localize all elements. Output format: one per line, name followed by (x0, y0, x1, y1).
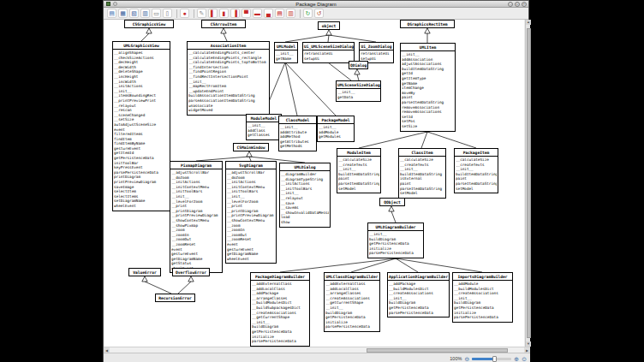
class-box-ValueError[interactable]: ValueError (128, 268, 161, 276)
class-name: PixmapDiagram (170, 162, 222, 169)
maximize-button[interactable]: + (515, 2, 520, 7)
class-name: ClassItem (399, 149, 445, 157)
class-box-ClassItem[interactable]: ClassItem__calculateSize__createTexts__i… (398, 148, 446, 199)
print-icon[interactable]: ▭ (152, 9, 161, 18)
class-box-UMLModel[interactable]: UMLModel__init__getName (274, 42, 298, 63)
class-box-OverflowError[interactable]: OverflowError (172, 268, 210, 276)
align-hcenter-icon[interactable]: ▮ (219, 9, 229, 18)
class-box-CSGraphicsView[interactable]: CSGraphicsView (124, 20, 174, 28)
class-members: __diagramBuilder__diagramTypeString__ini… (280, 171, 330, 227)
class-name: Ui_ZoomDialog (360, 43, 393, 50)
class-members: __calculateEndingPoints_center__calculat… (188, 50, 269, 115)
class-box-UMLItem[interactable]: UMLItem__init__addAssociationadjustAssoc… (400, 43, 456, 132)
zoom-reset-icon[interactable]: ⊙ (522, 356, 527, 362)
class-name: UMLItem (401, 44, 455, 51)
titlebar[interactable]: Package Diagram –+× (104, 1, 528, 8)
class-member: setModel (456, 187, 497, 192)
relayout-icon[interactable]: ↻ (303, 9, 313, 18)
zoom-out-icon[interactable]: ⊖ (464, 356, 469, 362)
class-member: widgetMoved (188, 108, 268, 113)
class-members: __addExternalClass__addLocalClass__addPa… (251, 281, 309, 346)
class-box-CSMainWindow[interactable]: CSMainWindow (233, 143, 269, 151)
class-box-PackageItem[interactable]: PackageItem__calculateSize__createTexts_… (454, 148, 498, 193)
save-icon[interactable]: ▦ (118, 9, 128, 18)
class-name: CSGraphicsView (125, 21, 173, 27)
class-members: retranslateUisetupUi (303, 50, 354, 62)
zoom-slider-fill (472, 358, 493, 360)
class-box-ModuleItem[interactable]: ModuleItem__calculateSize__createTexts__… (337, 148, 381, 193)
class-name: CSMainWindow (234, 144, 268, 151)
desktop-background: Package Diagram –+× ▤▦▧▥▭▯●✎▌▮▐▀▬▄▤▥↻↺ C… (0, 0, 644, 362)
statusbar: 100% ⊖ ⊕ ⊙ (104, 353, 530, 362)
vertical-scroll-thumb[interactable] (527, 28, 531, 339)
close-button[interactable]: × (522, 2, 527, 7)
class-box-QDialog[interactable]: QDialog (349, 61, 368, 69)
zoom-value-label: 100% (450, 356, 462, 361)
vertical-scrollbar[interactable]: ▲ ▼ (525, 20, 530, 347)
distribute-vertical-icon[interactable]: ▥ (286, 9, 295, 18)
scroll-up-arrow[interactable]: ▲ (526, 20, 531, 25)
align-right-icon[interactable]: ▐ (230, 9, 240, 18)
open-icon[interactable]: ▤ (107, 9, 116, 18)
class-box-PixmapDiagram[interactable]: PixmapDiagram__adjustScrollBar__doZoom__… (170, 161, 223, 273)
class-box-ImportsDiagramBuilder[interactable]: ImportsDiagramBuilder__addModule__buildM… (452, 272, 513, 323)
horizontal-scroll-thumb[interactable] (367, 348, 508, 353)
class-members: __init__addModulegetModules (318, 124, 354, 141)
class-name: UMLSceneSizeDialog (337, 81, 380, 89)
print-preview-icon[interactable]: ▯ (163, 9, 172, 18)
class-member: wheelEvent (114, 204, 169, 209)
save-image-icon[interactable]: ▥ (140, 9, 150, 18)
window-title: Package Diagram (104, 1, 528, 8)
class-box-UMLDiagramBuilder[interactable]: UMLDiagramBuilder__init__buildDiagramget… (367, 223, 424, 258)
align-left-icon[interactable]: ▌ (208, 9, 218, 18)
toolbar-separator (176, 9, 177, 18)
class-member: parsePersistenceData (325, 324, 379, 329)
class-box-ClassModel[interactable]: ClassModel__init__addAttributeaddMethodg… (278, 116, 317, 151)
class-box-UMLSceneSizeDialog[interactable]: UMLSceneSizeDialog__init__getData (336, 80, 381, 102)
horizontal-scrollbar[interactable]: ◀ ▶ (104, 347, 530, 353)
class-box-UMLClassDiagramBuilder[interactable]: UMLClassDiagramBuilder__addExternalClass… (324, 272, 380, 332)
class-box-Ui_UMLSceneSizeDialog[interactable]: Ui_UMLSceneSizeDialogretranslateUisetupU… (302, 42, 355, 63)
zoom-slider[interactable] (472, 355, 511, 362)
class-members: __addModule__buildModulesDict__createAss… (453, 281, 512, 322)
close-diagram-icon[interactable]: ● (180, 9, 189, 18)
class-name: OverflowError (173, 269, 209, 276)
class-box-QObject[interactable]: QObject (379, 198, 405, 206)
align-vcenter-icon[interactable]: ▬ (253, 9, 262, 18)
align-bottom-icon[interactable]: ▄ (264, 9, 273, 18)
class-name: UMLDialog (280, 163, 330, 171)
class-box-AssociationItem[interactable]: AssociationItem__calculateEndingPoints_c… (187, 41, 270, 116)
class-box-UMLDialog[interactable]: UMLDialog__diagramBuilder__diagramTypeSt… (279, 163, 331, 228)
zoom-in-icon[interactable]: ⊕ (514, 356, 519, 362)
class-name: UMLModel (275, 43, 297, 50)
class-name: PackageDiagramBuilder (251, 273, 309, 281)
class-box-PackageModel[interactable]: PackageModel__init__addModulegetModules (317, 116, 355, 142)
class-member: wheelEvent (227, 257, 275, 262)
class-box-CSArrowItem[interactable]: CSArrowItem (201, 20, 246, 28)
class-name: QGraphicsRectItem (401, 21, 454, 27)
zoom-slider-handle[interactable] (492, 356, 497, 362)
class-member: setModel (338, 187, 379, 192)
class-members: __init__getName (275, 50, 297, 62)
add-association-icon[interactable]: ✎ (197, 9, 206, 18)
class-box-ApplicationDiagramBuilder[interactable]: ApplicationDiagramBuilder__addPackage__b… (387, 272, 450, 317)
titlebar-buttons: –+× (508, 2, 527, 7)
minimize-button[interactable]: – (508, 2, 513, 7)
diagram-canvas[interactable]: CSGraphicsViewCSArrowItemobjectQGraphics… (104, 20, 524, 347)
align-top-icon[interactable]: ▀ (242, 9, 251, 18)
save-as-icon[interactable]: ▧ (129, 9, 139, 18)
rescan-icon[interactable]: ↺ (314, 9, 324, 18)
class-box-SvgDiagram[interactable]: SvgDiagram__adjustScrollBar__doZoom__ini… (225, 161, 277, 264)
distribute-horizontal-icon[interactable]: ▤ (275, 9, 284, 18)
class-box-UMLGraphicsView[interactable]: UMLGraphicsView__alignShapes__checkSizeA… (112, 41, 170, 211)
class-members: __adjustScrollBar__doZoom__initActions__… (226, 169, 276, 263)
class-name: QDialog (349, 62, 367, 68)
class-member: setModel (400, 191, 444, 196)
class-box-PackageDiagramBuilder[interactable]: PackageDiagramBuilder__addExternalClass_… (250, 272, 310, 347)
class-box-ModuleModel[interactable]: ModuleModel__init__addClassgetClasses (246, 114, 282, 140)
class-member: __init__ (276, 51, 296, 56)
class-box-object[interactable]: object (318, 21, 340, 30)
class-box-QGraphicsRectItem[interactable]: QGraphicsRectItem (400, 20, 455, 28)
class-members: __init__addClassgetClasses (247, 122, 281, 139)
class-box-RecursionError[interactable]: RecursionError (155, 294, 195, 302)
